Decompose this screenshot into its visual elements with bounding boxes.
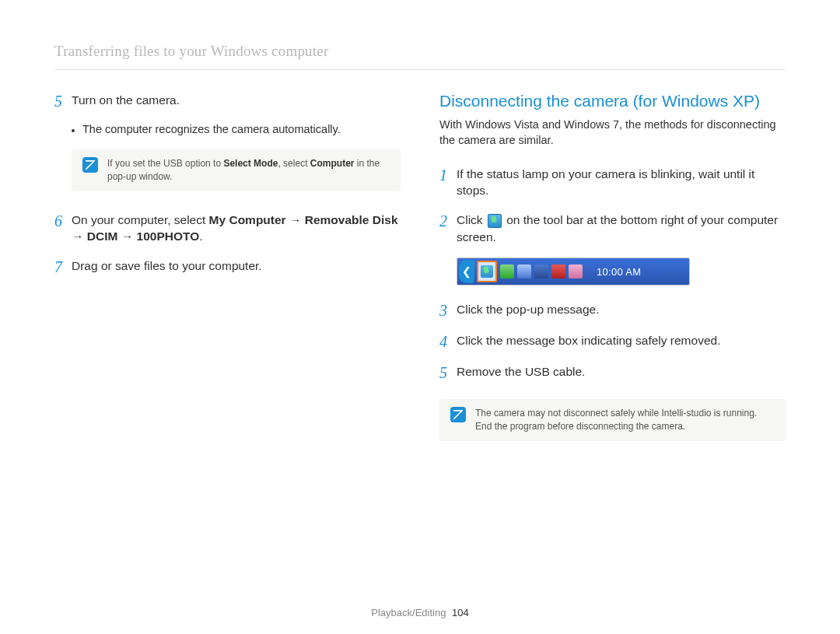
step-text: On your computer, select My Computer → R… — [72, 212, 401, 245]
step-text: Click the pop-up message. — [457, 301, 600, 318]
step-r2: 2 Click on the tool bar at the bottom ri… — [439, 212, 786, 245]
step-number: 5 — [439, 363, 457, 382]
note-text: The camera may not disconnect safely whi… — [475, 407, 775, 433]
safely-remove-icon — [481, 265, 493, 278]
step-number: 4 — [439, 332, 457, 351]
step-r1: 1 If the status lamp on your camera is b… — [439, 166, 786, 199]
page-header-title: Transferring files to your Windows compu… — [54, 43, 786, 70]
step-text: Drag or save files to your computer. — [72, 257, 262, 275]
safely-remove-icon — [488, 214, 502, 228]
step-text: If the status lamp on your camera is bli… — [457, 166, 786, 199]
step-7: 7 Drag or save files to your computer. — [54, 257, 401, 276]
note-icon — [82, 157, 98, 173]
section-intro: With Windows Vista and Windows 7, the me… — [439, 117, 786, 149]
page-footer: Playback/Editing 104 — [0, 607, 840, 618]
manual-page: Transferring files to your Windows compu… — [0, 0, 840, 485]
tray-expand-arrow-icon: ❮ — [459, 260, 474, 283]
right-column: Disconnecting the camera (for Windows XP… — [439, 92, 786, 461]
step-text: Click on the tool bar at the bottom righ… — [457, 212, 786, 245]
tray-monitor-icon — [517, 264, 531, 278]
content-columns: 5 Turn on the camera. The computer recog… — [54, 92, 786, 461]
tray-shield-icon — [500, 264, 514, 278]
bullet-dot — [72, 129, 75, 132]
step-r4: 4 Click the message box indicating safel… — [439, 332, 786, 351]
tray-clock: 10:00 AM — [597, 266, 641, 278]
step-number: 6 — [54, 212, 72, 230]
step-number: 7 — [54, 257, 72, 276]
step-5-bullet: The computer recognizes the camera autom… — [72, 123, 401, 135]
step-number: 1 — [439, 166, 457, 184]
step-text: Turn on the camera. — [72, 92, 180, 109]
step-number: 3 — [439, 301, 457, 320]
footer-page-number: 104 — [452, 607, 469, 618]
bullet-text: The computer recognizes the camera autom… — [82, 123, 341, 135]
step-text: Remove the USB cable. — [457, 363, 585, 380]
tray-network-icon — [534, 264, 548, 278]
section-heading-disconnect: Disconnecting the camera (for Windows XP… — [439, 92, 786, 110]
note-box-intelli-studio: The camera may not disconnect safely whi… — [439, 399, 786, 441]
step-r3: 3 Click the pop-up message. — [439, 301, 786, 320]
footer-section: Playback/Editing — [371, 607, 446, 618]
tray-misc-icon — [569, 264, 583, 278]
tray-volume-icon — [551, 264, 565, 278]
step-6: 6 On your computer, select My Computer →… — [54, 212, 401, 245]
note-icon — [450, 407, 466, 422]
step-text: Click the message box indicating safely … — [457, 332, 720, 349]
taskbar-tray-figure: ❮ 10:00 AM — [457, 257, 690, 285]
note-text: If you set the USB option to Select Mode… — [107, 157, 390, 184]
note-box-usb-mode: If you set the USB option to Select Mode… — [72, 149, 401, 191]
step-number: 5 — [54, 92, 72, 110]
step-number: 2 — [439, 212, 457, 230]
left-column: 5 Turn on the camera. The computer recog… — [54, 92, 401, 461]
step-5: 5 Turn on the camera. — [54, 92, 401, 110]
tray-icons — [500, 264, 583, 278]
step-r5: 5 Remove the USB cable. — [439, 363, 786, 382]
tray-safely-remove-highlight — [477, 261, 497, 282]
